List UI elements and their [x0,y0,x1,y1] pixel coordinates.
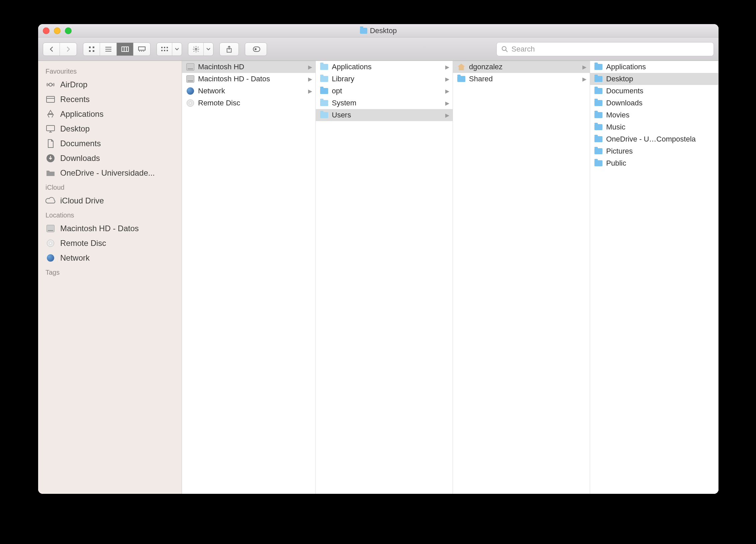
chevron-down-icon [172,43,182,56]
minimize-button[interactable] [54,27,61,34]
share-icon [226,46,232,53]
finder-window: Desktop [38,24,719,494]
sidebar-item-documents[interactable]: Documents [38,136,182,151]
toolbar: Search [38,37,719,61]
zoom-button[interactable] [65,27,72,34]
sidebar-item-applications[interactable]: Applications [38,107,182,121]
action-menu-button[interactable] [188,42,213,56]
window-title: Desktop [38,26,719,35]
svg-rect-1 [93,47,94,48]
svg-rect-29 [46,125,55,131]
forward-button[interactable] [60,43,77,56]
airdrop-icon [45,80,56,89]
folder-icon [457,75,466,83]
browser-row[interactable]: Public [590,157,718,169]
disc-icon [45,239,56,248]
icon-view-button[interactable] [83,43,100,56]
chevron-right-icon: ▶ [308,76,312,82]
sidebar-item-recents[interactable]: Recents [38,92,182,107]
sidebar-item-downloads[interactable]: Downloads [38,151,182,166]
browser-row[interactable]: Documents [590,85,718,97]
folder-icon [594,75,603,83]
sidebar-item-onedrive-universidade-[interactable]: OneDrive - Universidade... [38,166,182,180]
sidebar-section-header: Tags [38,265,182,278]
applications-icon [45,110,56,118]
share-button[interactable] [219,42,239,56]
row-label: Applications [332,63,372,71]
sidebar-item-airdrop[interactable]: AirDrop [38,77,182,92]
svg-point-26 [49,83,52,86]
sidebar-item-icloud-drive[interactable]: iCloud Drive [38,193,182,208]
browser-row[interactable]: OneDrive - U…Compostela [590,133,718,145]
browser-row[interactable]: Network▶ [182,85,315,97]
sidebar-item-label: Documents [60,139,101,148]
svg-rect-10 [138,47,145,50]
sidebar-item-desktop[interactable]: Desktop [38,121,182,136]
chevron-right-icon: ▶ [445,76,449,82]
row-label: Shared [469,75,493,83]
row-label: OneDrive - U…Compostela [606,135,696,144]
browser-row[interactable]: Remote Disc [182,97,315,109]
browser-row[interactable]: Applications [590,61,718,73]
arrange-button[interactable] [157,42,182,56]
desktop-icon [45,124,56,133]
sidebar-item-label: Recents [60,95,90,104]
recents-icon [45,95,56,104]
sidebar-section-header: iCloud [38,180,182,193]
browser-row[interactable]: Library▶ [316,73,453,85]
edit-tags-button[interactable] [245,42,267,56]
sidebar-item-remote-disc[interactable]: Remote Disc [38,236,182,251]
browser-row[interactable]: Desktop [590,73,718,85]
browser-row[interactable]: Music [590,121,718,133]
sidebar-item-label: iCloud Drive [60,196,104,205]
svg-line-25 [506,50,507,52]
browser-row[interactable]: Downloads [590,97,718,109]
svg-rect-0 [89,47,91,48]
browser-row[interactable]: Macintosh HD▶ [182,61,315,73]
sidebar-item-label: Remote Disc [60,239,106,248]
sidebar-item-label: Desktop [60,124,90,133]
browser-row[interactable]: Movies [590,109,718,121]
svg-rect-15 [164,47,165,48]
back-button[interactable] [43,43,60,56]
chevron-right-icon: ▶ [445,88,449,94]
search-field[interactable]: Search [496,42,714,56]
row-label: Applications [606,63,646,71]
browser-row[interactable]: Macintosh HD - Datos▶ [182,73,315,85]
column-view-button[interactable] [117,43,133,56]
sidebar-item-network[interactable]: Network [38,251,182,265]
browser-row[interactable]: Pictures [590,145,718,157]
folder-icon [594,63,603,71]
sidebar-item-label: AirDrop [60,80,87,89]
browser-row[interactable]: Users▶ [316,109,453,121]
row-label: Movies [606,111,630,119]
folder-icon [594,87,603,95]
column-2: Applications▶Library▶opt▶System▶Users▶ [316,61,453,494]
globe-icon [45,254,56,262]
home-icon [457,63,466,71]
browser-row[interactable]: opt▶ [316,85,453,97]
svg-rect-18 [164,50,165,51]
browser-row[interactable]: System▶ [316,97,453,109]
tag-icon [251,46,261,52]
column-browser: Macintosh HD▶Macintosh HD - Datos▶Networ… [182,61,719,494]
close-button[interactable] [43,27,50,34]
gallery-view-button[interactable] [133,43,150,56]
sidebar-item-macintosh-hd-datos[interactable]: Macintosh HD - Datos [38,221,182,236]
row-label: opt [332,87,342,95]
browser-row[interactable]: Shared▶ [453,73,590,85]
browser-row[interactable]: Applications▶ [316,61,453,73]
row-label: Remote Disc [198,99,240,107]
body: FavouritesAirDropRecentsApplicationsDesk… [38,61,719,494]
sidebar-section-header: Locations [38,208,182,221]
window-title-text: Desktop [370,26,397,35]
folder-icon [594,99,603,107]
hd-icon [186,75,195,83]
sidebar-item-label: Applications [60,109,103,119]
svg-rect-19 [167,50,168,51]
globe-icon [186,87,195,95]
cloud-icon [45,196,56,205]
list-view-button[interactable] [100,43,117,56]
browser-row[interactable]: dgonzalez▶ [453,61,590,73]
gear-icon [188,43,204,56]
